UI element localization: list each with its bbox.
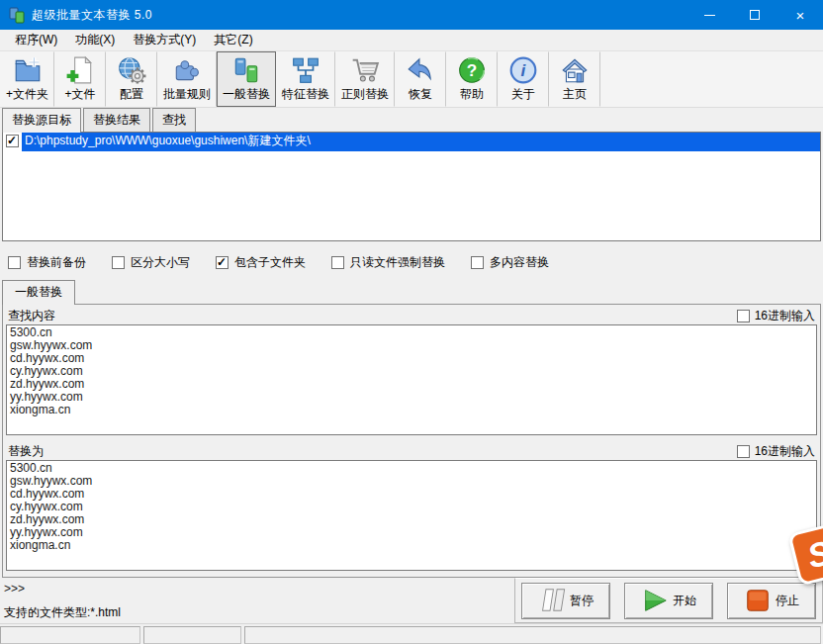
option-backup-before-replace[interactable]: 替换前备份 [8,254,86,271]
checkbox[interactable] [112,256,125,269]
find-hex-option[interactable]: 16进制输入 [737,308,815,324]
find-content-textarea[interactable]: 5300.cn gsw.hyywx.com cd.hyywx.com cy.hy… [6,324,817,435]
tab-replace-source[interactable]: 替换源目标 [2,108,81,133]
toolbar-label: 主页 [563,86,587,103]
hex-label: 16进制输入 [755,443,815,460]
close-button[interactable]: × [777,0,823,30]
checkbox[interactable] [737,310,750,322]
find-header-row: 查找内容 16进制输入 [6,307,817,324]
stop-button[interactable]: 停止 [727,583,816,619]
toolbar-label: 恢复 [409,86,432,103]
pause-icon [538,587,566,614]
app-window: 超级批量文本替换 5.0 × 程序(W) 功能(X) 替换方式(Y) 其它(Z)… [0,0,823,644]
minimize-icon [704,15,715,16]
bottom-bar: >>> 支持的文件类型:*.html 暂停 开始 [0,578,823,623]
replace-tabstrip: 一般替换 [2,282,821,304]
status-panel-3 [244,626,821,644]
cart-icon [350,55,380,85]
maximize-icon [750,10,760,20]
replace-hex-option[interactable]: 16进制输入 [737,443,815,460]
pages-swap-icon [231,55,261,85]
checkbox[interactable] [737,445,750,458]
toolbar-label: +文件 [65,86,96,103]
toolbar-general-replace[interactable]: 一般替换 [217,51,276,107]
status-panel-1 [0,626,140,644]
source-tabstrip: 替换源目标 替换结果 查找 [0,109,823,132]
toolbar-batch-rules[interactable]: 批量规则 [157,51,217,107]
pause-button[interactable]: 暂停 [521,583,610,619]
hex-label: 16进制输入 [755,308,815,324]
row-checkbox[interactable] [6,135,19,147]
toolbar-label: 帮助 [460,86,484,103]
add-file-icon [65,55,95,85]
option-label: 替换前备份 [27,254,86,271]
toolbar-add-file[interactable]: +文件 [54,51,106,107]
tab-general-replace[interactable]: 一般替换 [2,280,75,305]
minimize-button[interactable] [686,0,732,30]
file-types-text: 支持的文件类型:*.html [4,604,514,621]
replace-header-row: 替换为 16进制输入 [6,442,817,460]
status-bar [0,623,823,644]
bottom-status-text: >>> 支持的文件类型:*.html [0,578,514,623]
option-label: 包含子文件夹 [234,254,306,271]
find-label: 查找内容 [8,308,55,324]
toolbar-about[interactable]: i 关于 [498,51,549,107]
svg-text:?: ? [467,60,477,80]
source-path: D:\phpstudy_pro\WWW\guoxue\gushiwen\新建文件… [22,132,820,151]
option-label: 区分大小写 [131,254,190,271]
action-button-panel: 暂停 开始 停止 [514,578,823,623]
maximize-button[interactable] [732,0,777,30]
status-panel-2 [143,626,241,644]
checkbox[interactable] [216,256,229,269]
network-tree-icon [291,55,320,85]
log-prompt: >>> [4,582,514,596]
info-icon: i [508,55,538,85]
toolbar-regex-replace[interactable]: 正则替换 [335,51,395,107]
option-force-readonly[interactable]: 只读文件强制替换 [331,254,445,271]
menu-program[interactable]: 程序(W) [6,29,66,51]
window-controls: × [686,0,823,30]
toolbar-label: 正则替换 [341,86,389,103]
toolbar-label: 配置 [120,86,143,103]
toolbar-help[interactable]: ? 帮助 [446,51,498,107]
checkbox[interactable] [8,256,21,269]
option-multi-content[interactable]: 多内容替换 [471,254,549,271]
menu-replace-mode[interactable]: 替换方式(Y) [124,29,205,51]
checkbox[interactable] [471,256,484,269]
option-label: 多内容替换 [490,254,549,271]
source-list[interactable]: D:\phpstudy_pro\WWW\guoxue\gushiwen\新建文件… [2,132,821,241]
close-icon: × [796,8,805,23]
pause-label: 暂停 [570,593,594,609]
tab-replace-result[interactable]: 替换结果 [83,108,150,132]
toolbar-homepage[interactable]: 主页 [549,51,600,107]
home-icon [560,55,590,85]
toolbar-config[interactable]: 配置 [106,51,157,107]
toolbar-label: 特征替换 [282,86,329,103]
add-folder-icon [13,55,43,85]
toolbar-label: 批量规则 [163,86,211,103]
checkbox[interactable] [331,256,344,269]
option-case-sensitive[interactable]: 区分大小写 [112,254,190,271]
stop-label: 停止 [776,593,799,609]
menu-other[interactable]: 其它(Z) [205,29,261,51]
options-row: 替换前备份 区分大小写 包含子文件夹 只读文件强制替换 多内容替换 [2,249,821,275]
menu-function[interactable]: 功能(X) [66,29,124,51]
play-icon [641,587,669,614]
toolbar-feature-replace[interactable]: 特征替换 [276,51,335,107]
replace-panel: 查找内容 16进制输入 5300.cn gsw.hyywx.com cd.hyy… [2,304,821,578]
source-list-row[interactable]: D:\phpstudy_pro\WWW\guoxue\gushiwen\新建文件… [3,133,820,149]
window-title: 超级批量文本替换 5.0 [32,7,152,24]
start-button[interactable]: 开始 [624,583,713,619]
toolbar-label: 关于 [511,86,535,103]
toolbar-label: 一般替换 [223,86,270,103]
toolbar-restore[interactable]: 恢复 [395,51,446,107]
tab-search[interactable]: 查找 [152,108,196,132]
option-label: 只读文件强制替换 [350,254,445,271]
toolbar-add-folder[interactable]: +文件夹 [0,51,54,107]
stop-icon [744,587,772,614]
option-include-subfolders[interactable]: 包含子文件夹 [216,254,306,271]
replace-content-textarea[interactable]: 5300.cn gsw.hyywx.com cd.hyywx.com cy.hy… [6,460,817,571]
puzzle-icon [172,55,202,85]
replace-label: 替换为 [8,443,44,460]
titlebar: 超级批量文本替换 5.0 × [0,0,823,30]
